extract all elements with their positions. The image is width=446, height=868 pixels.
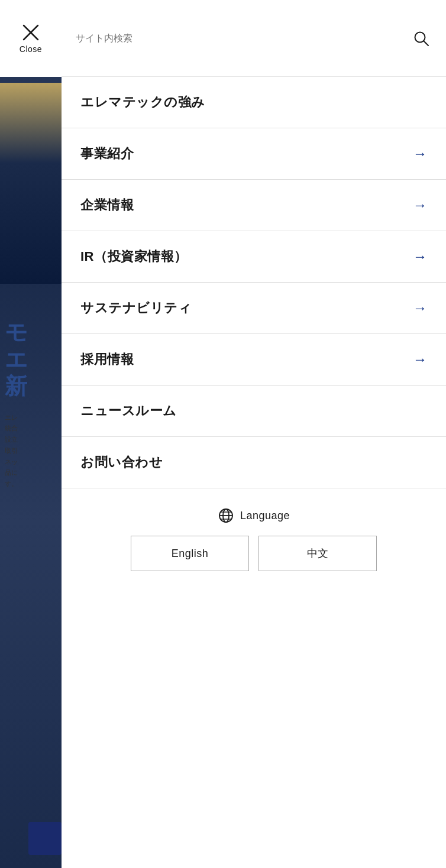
nav-label-strength: エレマテックの強み	[80, 93, 205, 111]
background-image-top	[0, 83, 62, 284]
language-buttons: English 中文	[76, 536, 432, 571]
svg-line-3	[424, 41, 429, 46]
english-button[interactable]: English	[131, 536, 249, 571]
nav-item-strength[interactable]: エレマテックの強み	[62, 77, 446, 128]
close-label: Close	[20, 44, 42, 54]
navigation-menu: エレマテックの強み 事業紹介 → 企業情報 → IR（投資家情報） → サステナ…	[62, 77, 446, 585]
bg-title-1: モ	[5, 319, 58, 346]
nav-item-ir[interactable]: IR（投資家情報） →	[62, 231, 446, 283]
arrow-icon-company: →	[413, 197, 427, 213]
nav-label-contact: お問い合わせ	[80, 454, 163, 471]
arrow-icon-business: →	[413, 145, 427, 162]
search-input[interactable]	[76, 33, 411, 44]
close-icon	[21, 23, 40, 42]
nav-item-contact[interactable]: お問い合わせ	[62, 437, 446, 488]
search-bar	[62, 0, 446, 77]
language-label-row: Language	[218, 507, 290, 524]
arrow-icon-ir: →	[413, 248, 427, 265]
nav-label-ir: IR（投資家情報）	[80, 248, 188, 265]
bg-title-2: エ	[5, 346, 58, 374]
nav-item-company[interactable]: 企業情報 →	[62, 180, 446, 231]
nav-item-recruitment[interactable]: 採用情報 →	[62, 334, 446, 386]
close-button[interactable]: Close	[0, 0, 62, 77]
nav-label-company: 企業情報	[80, 196, 134, 214]
nav-label-recruitment: 採用情報	[80, 351, 134, 368]
bg-title-3: 新	[5, 373, 58, 400]
background-text: モ エ 新 エレ 統合 設立 取引 ネッ 品に す。	[5, 319, 58, 490]
bg-body: エレ 統合 設立 取引 ネッ 品に す。	[5, 412, 58, 490]
language-section: Language English 中文	[62, 488, 446, 585]
arrow-icon-sustainability: →	[413, 300, 427, 316]
globe-icon	[218, 507, 234, 524]
nav-item-business[interactable]: 事業紹介 →	[62, 128, 446, 180]
nav-label-newsroom: ニュースルーム	[80, 402, 177, 420]
search-icon	[413, 30, 429, 47]
chinese-button[interactable]: 中文	[258, 536, 377, 571]
language-label: Language	[240, 510, 290, 522]
bg-cta-button	[28, 822, 62, 855]
nav-label-sustainability: サステナビリティ	[80, 299, 192, 317]
search-button[interactable]	[411, 28, 432, 49]
nav-item-sustainability[interactable]: サステナビリティ →	[62, 283, 446, 334]
nav-label-business: 事業紹介	[80, 145, 134, 163]
arrow-icon-recruitment: →	[413, 351, 427, 368]
nav-item-newsroom[interactable]: ニュースルーム	[62, 386, 446, 437]
